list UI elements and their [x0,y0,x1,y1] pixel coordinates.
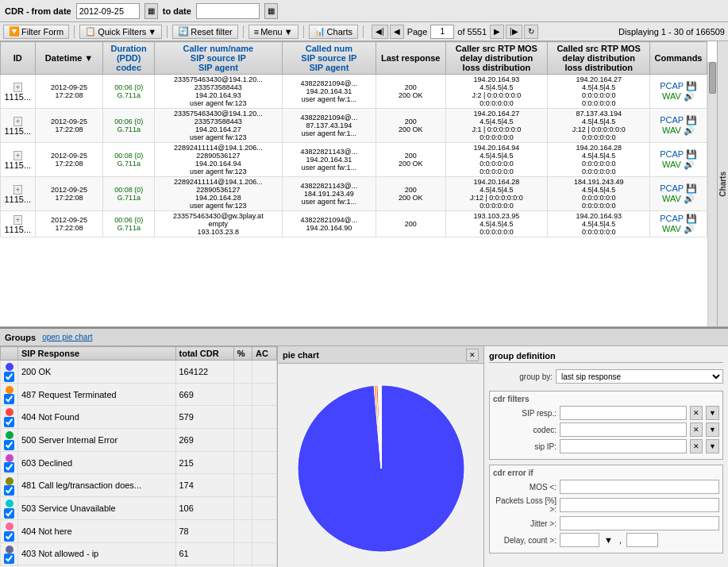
packets-input[interactable] [560,498,719,512]
scrollbar-thumb[interactable] [709,62,716,94]
row-expand[interactable]: +1115... [1,143,36,177]
group-row-label[interactable]: 481 Call leg/transaction does... [18,474,176,497]
group-row-check[interactable] [1,542,18,565]
list-item[interactable]: 500 Server Internal Error 269 [1,429,277,452]
row-duration: 00:08 (0) G.711a [103,177,154,211]
jitter-input[interactable] [560,516,719,530]
sip-resp-x-btn[interactable]: ✕ [690,406,703,420]
list-item[interactable]: 481 Call leg/transaction does... 174 [1,474,277,497]
row-commands[interactable]: PCAP 💾WAV 🔊 [650,177,707,211]
row-caller: 233575463430@gw.3play.at empty 193.103.2… [154,211,282,237]
prev-page-button[interactable]: ◀ [390,25,404,39]
col-pct[interactable]: % [233,347,252,361]
row-duration: 00:06 (0) G.711a [103,109,154,143]
group-by-select[interactable]: last sip response [556,369,723,384]
group-row-label[interactable]: 500 Server Internal Error [18,429,176,452]
group-row-check[interactable] [1,383,18,406]
sip-resp-down-btn[interactable]: ▼ [706,406,719,420]
group-row-check[interactable] [1,519,18,542]
group-row-label[interactable]: 603 Declined [18,451,176,474]
row-commands[interactable]: PCAP 💾WAV 🔊 [650,109,707,143]
list-item[interactable]: 503 Service Unavailable 106 [1,497,277,520]
col-sip-response[interactable]: SIP Response [18,347,176,361]
sip-ip-down-btn[interactable]: ▼ [706,439,719,453]
group-row-label[interactable]: 404 Not here [18,519,176,542]
charts-side-panel[interactable]: Charts [717,41,728,326]
group-row-check[interactable] [1,361,18,384]
sip-ip-x-btn[interactable]: ✕ [690,439,703,453]
group-row-label[interactable]: 200 OK [18,361,176,384]
groups-table-wrapper[interactable]: SIP Response total CDR % AC 200 OK 16412… [0,346,277,567]
list-item[interactable]: 603 Declined 215 [1,451,277,474]
pie-header: pie chart ✕ [278,346,483,364]
list-item[interactable]: 487 Request Terminated 669 [1,383,277,406]
col-caller[interactable]: Caller num/nameSIP source IPSIP agent [154,42,282,75]
row-expand[interactable]: +1115... [1,211,36,237]
filter-form-button[interactable]: 🔽 Filter Form [3,25,69,39]
group-row-check[interactable] [1,406,18,429]
group-row-label[interactable]: 503 Service Unavailable [18,497,176,520]
charts-icon: 📊 [314,26,325,37]
col-caller-mos[interactable]: Caller src RTP MOSdelay distributionloss… [445,42,548,75]
last-page-button[interactable]: |▶ [506,25,522,39]
row-expand[interactable]: +1115... [1,75,36,109]
col-commands[interactable]: Commands [650,42,707,75]
group-row-total: 579 [175,406,233,429]
charts-button[interactable]: 📊 Charts [309,25,358,39]
group-row-label[interactable]: 487 Request Terminated [18,383,176,406]
row-commands[interactable]: PCAP 💾WAV 🔊 [650,211,707,237]
group-row-check[interactable] [1,474,18,497]
delay-row: Delay, count >: ▼ , [493,533,719,547]
mos-input[interactable] [560,480,719,494]
group-by-label: group by: [489,372,553,381]
list-item[interactable]: 404 Not here 78 [1,519,277,542]
group-row-check[interactable] [1,429,18,452]
menu-button[interactable]: ≡ Menu ▼ [248,25,299,39]
list-item[interactable]: 403 Not allowed - ip 61 [1,542,277,565]
to-date-calendar-btn[interactable]: ▦ [264,3,278,19]
open-pie-link[interactable]: open pie chart [42,333,92,341]
sip-ip-input[interactable] [560,439,687,453]
row-response: 200 200 OK [376,109,445,143]
col-total-cdr[interactable]: total CDR [175,347,233,361]
col-response[interactable]: Last response [376,42,445,75]
col-called-mos[interactable]: Called src RTP MOSdelay distributionloss… [548,42,650,75]
delay-input[interactable] [560,533,599,547]
refresh-button[interactable]: ↻ [524,25,538,39]
from-date-calendar-btn[interactable]: ▦ [144,3,158,19]
codec-x-btn[interactable]: ✕ [690,422,703,437]
group-row-check[interactable] [1,451,18,474]
group-row-check[interactable] [1,497,18,520]
sip-resp-input[interactable] [560,406,687,420]
row-commands[interactable]: PCAP 💾WAV 🔊 [650,143,707,177]
row-expand[interactable]: +1115... [1,177,36,211]
codec-down-btn[interactable]: ▼ [706,422,719,437]
group-row-pct [233,406,252,429]
scrollbar-track[interactable] [707,62,717,326]
col-duration[interactable]: Duration(PDD)codec [103,42,154,75]
page-number-input[interactable] [430,25,454,39]
codec-input[interactable] [560,422,687,437]
reset-filter-button[interactable]: 🔄 Reset filter [172,25,238,39]
col-id[interactable]: ID [1,42,36,75]
col-called[interactable]: Called numSIP source IPSIP agent [282,42,376,75]
col-ac[interactable]: AC [252,347,277,361]
group-row-label[interactable]: 403 Not allowed - ip [18,542,176,565]
delay-input2[interactable] [626,533,658,547]
col-datetime[interactable]: Datetime ▼ [35,42,103,75]
top-bar: CDR - from date ▦ to date ▦ [0,0,728,22]
row-expand[interactable]: +1115... [1,109,36,143]
first-page-button[interactable]: ◀| [372,25,388,39]
group-row-pct [233,383,252,406]
list-item[interactable]: 404 Not Found 579 [1,406,277,429]
row-datetime: 2012-09-25 17:22:08 [35,143,103,177]
from-date-input[interactable] [76,3,140,19]
list-item[interactable]: 200 OK 164122 [1,361,277,384]
to-date-input[interactable] [196,3,260,19]
quick-filters-button[interactable]: 📋 Quick Filters ▼ [79,25,162,39]
row-commands[interactable]: PCAP 💾WAV 🔊 [650,75,707,109]
group-row-label[interactable]: 404 Not Found [18,406,176,429]
pie-close-button[interactable]: ✕ [466,349,479,361]
next-page-button[interactable]: ▶ [490,25,504,39]
row-caller-mos: 194.20.164.94 4.5|4.5|4.5 0:0:0:0:0:0 0:… [445,143,548,177]
